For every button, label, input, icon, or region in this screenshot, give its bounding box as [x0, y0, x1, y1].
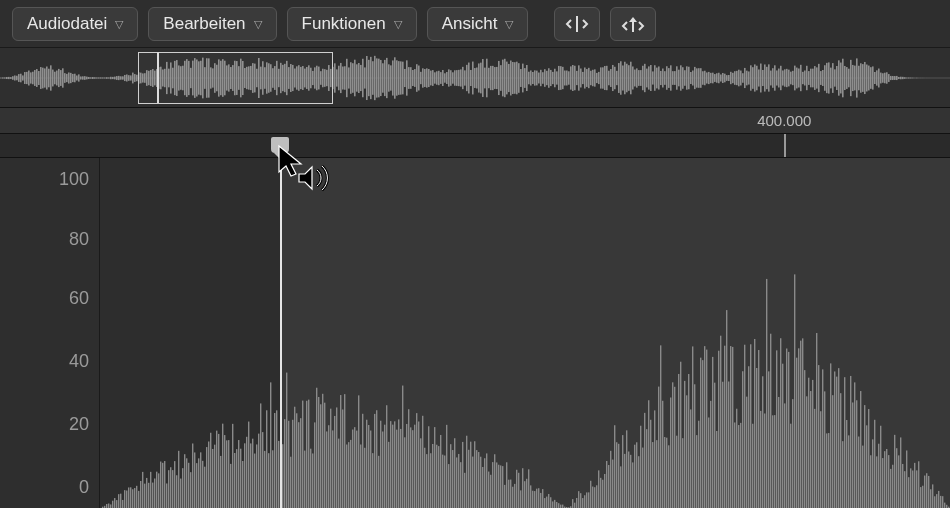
svg-rect-336 [664, 71, 666, 85]
svg-rect-886 [914, 463, 915, 508]
svg-rect-40 [72, 74, 74, 82]
svg-rect-410 [812, 69, 814, 88]
svg-rect-840 [822, 369, 823, 508]
svg-rect-497 [136, 486, 137, 508]
svg-rect-561 [264, 451, 265, 508]
svg-rect-280 [552, 72, 554, 84]
svg-rect-348 [688, 67, 690, 90]
svg-rect-412 [816, 67, 818, 88]
svg-rect-802 [746, 397, 747, 508]
svg-rect-226 [444, 73, 446, 82]
svg-rect-789 [720, 336, 721, 508]
svg-rect-687 [516, 470, 517, 508]
svg-rect-238 [468, 63, 470, 94]
svg-rect-356 [704, 71, 706, 86]
svg-rect-240 [472, 62, 474, 95]
menu-view[interactable]: Ansicht ▽ [427, 7, 529, 41]
svg-rect-342 [676, 66, 678, 89]
svg-rect-656 [454, 438, 455, 508]
svg-rect-536 [214, 445, 215, 508]
svg-rect-10 [12, 76, 14, 80]
svg-rect-728 [598, 470, 599, 508]
flex-marker-button[interactable] [610, 7, 656, 41]
playhead-line[interactable] [280, 158, 282, 508]
svg-rect-65 [122, 76, 124, 79]
y-tick: 0 [79, 477, 89, 498]
time-ruler[interactable]: 400.000 [0, 108, 950, 134]
svg-rect-510 [162, 463, 163, 508]
svg-rect-782 [706, 350, 707, 508]
svg-rect-678 [498, 465, 499, 508]
marker-area[interactable] [100, 134, 950, 157]
svg-rect-452 [896, 76, 898, 80]
overview-selection[interactable] [138, 52, 333, 104]
svg-rect-271 [534, 70, 536, 85]
waveform-area[interactable] [100, 158, 950, 508]
svg-rect-380 [752, 67, 754, 89]
svg-rect-337 [666, 66, 668, 90]
svg-rect-671 [484, 458, 485, 508]
svg-rect-815 [772, 415, 773, 508]
svg-rect-618 [378, 456, 379, 508]
svg-rect-43 [78, 74, 80, 81]
svg-rect-708 [558, 503, 559, 508]
svg-rect-836 [814, 409, 815, 508]
svg-rect-392 [776, 70, 778, 85]
playhead-handle[interactable] [271, 137, 289, 153]
svg-rect-623 [388, 442, 389, 508]
svg-rect-493 [128, 487, 129, 508]
svg-rect-726 [594, 487, 595, 508]
marker-strip[interactable] [0, 134, 950, 158]
svg-rect-766 [674, 387, 675, 508]
svg-rect-751 [644, 413, 645, 508]
svg-rect-63 [118, 76, 120, 80]
svg-rect-366 [724, 74, 726, 83]
svg-rect-718 [578, 491, 579, 508]
svg-rect-398 [788, 70, 790, 87]
svg-rect-839 [820, 411, 821, 508]
svg-rect-251 [494, 67, 496, 89]
svg-rect-760 [662, 401, 663, 508]
svg-rect-599 [340, 395, 341, 508]
svg-rect-418 [828, 62, 830, 93]
svg-rect-446 [884, 73, 886, 84]
svg-rect-628 [398, 419, 399, 508]
svg-rect-187 [366, 56, 368, 100]
split-at-playhead-button[interactable] [554, 7, 600, 41]
svg-rect-893 [928, 476, 929, 508]
svg-rect-899 [940, 496, 941, 508]
svg-rect-639 [420, 438, 421, 508]
svg-rect-274 [540, 70, 542, 86]
menu-functions[interactable]: Funktionen ▽ [287, 7, 417, 41]
menu-audiofile[interactable]: Audiodatei ▽ [12, 7, 138, 41]
svg-rect-604 [350, 440, 351, 508]
svg-rect-315 [622, 65, 624, 90]
svg-rect-387 [766, 67, 768, 89]
svg-rect-819 [780, 338, 781, 508]
svg-rect-523 [188, 463, 189, 508]
svg-rect-45 [82, 76, 84, 79]
svg-rect-230 [452, 72, 454, 83]
svg-rect-27 [46, 67, 48, 90]
svg-rect-8 [8, 77, 10, 79]
svg-rect-657 [456, 457, 457, 508]
ruler-track[interactable]: 400.000 [100, 108, 950, 133]
svg-rect-403 [798, 68, 800, 87]
svg-rect-279 [550, 70, 552, 86]
svg-rect-580 [302, 401, 303, 508]
svg-rect-18 [28, 71, 30, 86]
svg-rect-879 [900, 437, 901, 508]
svg-rect-586 [314, 422, 315, 508]
menu-edit[interactable]: Bearbeiten ▽ [148, 7, 276, 41]
overview-playhead[interactable] [157, 52, 159, 103]
svg-rect-60 [112, 77, 114, 79]
svg-rect-192 [376, 58, 378, 97]
svg-rect-281 [554, 69, 556, 88]
svg-rect-851 [844, 377, 845, 508]
svg-rect-627 [396, 430, 397, 508]
svg-rect-58 [108, 77, 110, 78]
svg-rect-636 [414, 425, 415, 508]
overview-waveform[interactable] [0, 48, 950, 108]
svg-rect-848 [838, 368, 839, 508]
svg-rect-846 [834, 371, 835, 508]
